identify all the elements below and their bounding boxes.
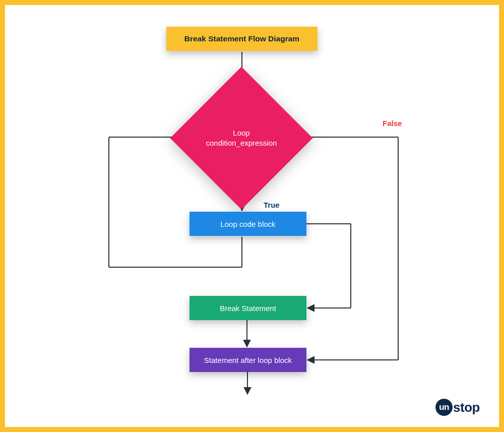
edge-label-true: True	[264, 201, 280, 209]
diagram-title: Break Statement Flow Diagram	[166, 27, 318, 51]
after-loop-text: Statement after loop block	[204, 356, 292, 364]
condition-label: Loop condition_expression	[191, 88, 292, 189]
break-text: Break Statement	[220, 304, 276, 313]
edge-label-false: False	[383, 119, 402, 128]
condition-node: Loop condition_expression	[191, 88, 292, 189]
brand-badge: un	[435, 399, 453, 416]
diagram-title-text: Break Statement Flow Diagram	[184, 34, 299, 43]
code-block-node: Loop code block	[190, 212, 306, 236]
code-block-text: Loop code block	[220, 220, 275, 228]
condition-text: Loop condition_expression	[206, 128, 277, 149]
brand-logo: un stop	[435, 399, 480, 416]
diagram-frame: Break Statement Flow Diagram Loop condit…	[0, 0, 504, 432]
brand-text: stop	[453, 400, 480, 415]
break-node: Break Statement	[190, 296, 306, 320]
after-loop-node: Statement after loop block	[190, 348, 306, 372]
